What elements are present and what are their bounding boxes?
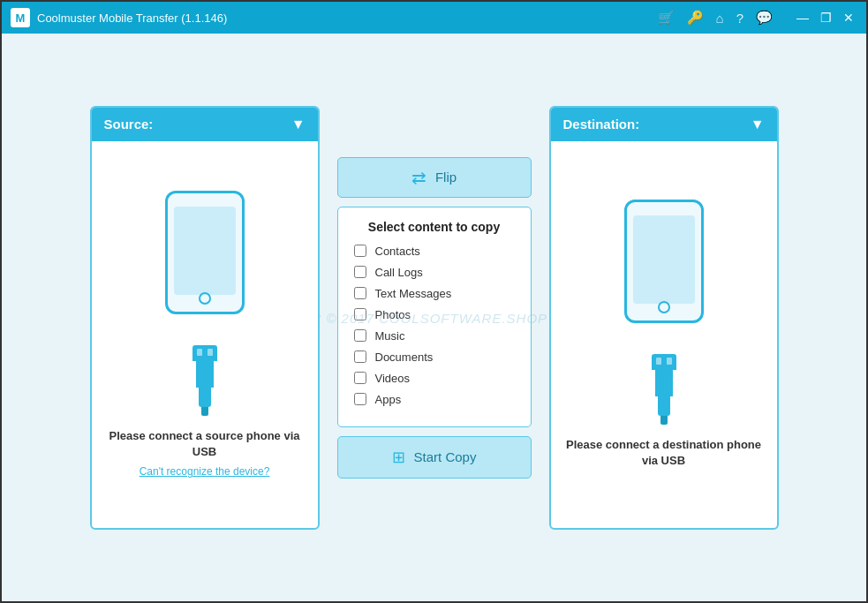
destination-panel: Destination: ▼ Please connect a destinat…	[549, 106, 779, 530]
destination-usb-illustration	[652, 354, 676, 425]
source-device-body: Please connect a source phone via USB Ca…	[92, 141, 318, 528]
source-panel-title: Source:	[104, 117, 154, 132]
destination-usb-tip	[660, 416, 668, 425]
home-icon[interactable]: ⌂	[716, 11, 724, 26]
destination-usb-cable	[655, 370, 673, 396]
flip-arrows-icon: ⇄	[411, 167, 426, 188]
source-device-message: Please connect a source phone via USB	[101, 428, 309, 460]
titlebar-left: M Coolmuster Mobile Transfer (1.1.146)	[11, 8, 227, 27]
destination-panel-title: Destination:	[563, 117, 640, 132]
checkbox-apps-label: Apps	[375, 393, 402, 406]
feedback-icon[interactable]: 💬	[756, 10, 773, 26]
app-title: Coolmuster Mobile Transfer (1.1.146)	[37, 11, 227, 25]
checkbox-photos[interactable]: Photos	[354, 308, 515, 321]
source-usb-cable	[196, 361, 214, 388]
checkbox-documents[interactable]: Documents	[354, 350, 515, 364]
source-usb-plug	[199, 388, 211, 407]
source-phone-body	[165, 191, 245, 314]
destination-device-message: Please connect a destination phone via U…	[560, 437, 768, 469]
checkbox-documents-input[interactable]	[354, 350, 366, 363]
flip-button-label: Flip	[435, 170, 457, 185]
key-icon[interactable]: 🔑	[687, 10, 704, 26]
destination-dropdown-arrow[interactable]: ▼	[751, 117, 765, 132]
checkbox-videos-input[interactable]	[354, 372, 366, 384]
checkbox-textmessages-label: Text Messages	[375, 287, 452, 300]
checkbox-contacts[interactable]: Contacts	[354, 245, 515, 258]
destination-phone-screen	[633, 215, 695, 304]
destination-phone-body	[624, 200, 704, 323]
close-button[interactable]: ✕	[840, 11, 857, 25]
destination-usb-connector	[652, 354, 676, 370]
start-copy-icon: ⊞	[392, 448, 405, 467]
maximize-button[interactable]: ❐	[817, 11, 834, 25]
main-content: Copyright © 2017 COOLSOFTWARE.SHOP - AAK…	[2, 34, 866, 601]
checkbox-music-label: Music	[375, 329, 405, 343]
checkbox-calllogs-input[interactable]	[354, 266, 366, 278]
app-window: M Coolmuster Mobile Transfer (1.1.146) 🛒…	[0, 0, 868, 603]
checkbox-apps-input[interactable]	[354, 393, 366, 405]
source-usb-tip	[201, 407, 208, 416]
destination-phone-home	[658, 301, 670, 313]
checkbox-videos-label: Videos	[375, 372, 411, 385]
source-usb-illustration	[192, 345, 217, 416]
app-logo: M	[11, 8, 30, 27]
source-phone-home	[199, 292, 211, 305]
checkbox-videos[interactable]: Videos	[354, 372, 515, 385]
titlebar-right: 🛒 🔑 ⌂ ? 💬 — ❐ ✕	[658, 10, 857, 26]
checkbox-calllogs-label: Call Logs	[375, 266, 423, 279]
checkbox-photos-input[interactable]	[354, 308, 366, 320]
checkbox-textmessages-input[interactable]	[354, 287, 366, 299]
destination-panel-header: Destination: ▼	[551, 108, 777, 141]
checkbox-documents-label: Documents	[375, 350, 434, 364]
flip-button[interactable]: ⇄ Flip	[337, 157, 532, 198]
window-controls: — ❐ ✕	[794, 11, 857, 25]
checkbox-photos-label: Photos	[375, 308, 411, 321]
select-content-title: Select content to copy	[354, 220, 515, 234]
checkbox-music-input[interactable]	[354, 329, 366, 342]
destination-device-body: Please connect a destination phone via U…	[551, 141, 777, 528]
checkbox-contacts-label: Contacts	[375, 245, 420, 258]
start-copy-button[interactable]: ⊞ Start Copy	[337, 436, 532, 479]
source-usb-connector	[192, 345, 217, 361]
source-phone-screen	[174, 207, 236, 295]
cart-icon[interactable]: 🛒	[658, 10, 675, 26]
checkbox-apps[interactable]: Apps	[354, 393, 515, 406]
start-copy-label: Start Copy	[414, 449, 477, 464]
source-dropdown-arrow[interactable]: ▼	[291, 117, 306, 132]
select-content-panel: Select content to copy Contacts Call Log…	[337, 207, 532, 427]
source-panel-header: Source: ▼	[92, 108, 318, 141]
destination-phone-illustration	[615, 200, 713, 341]
destination-usb-plug	[658, 396, 670, 416]
checkbox-textmessages[interactable]: Text Messages	[354, 287, 515, 300]
checkbox-contacts-input[interactable]	[354, 245, 366, 257]
middle-panel: ⇄ Flip Select content to copy Contacts C…	[337, 157, 532, 479]
checkbox-music[interactable]: Music	[354, 329, 515, 343]
titlebar: M Coolmuster Mobile Transfer (1.1.146) 🛒…	[2, 2, 866, 34]
checkbox-calllogs[interactable]: Call Logs	[354, 266, 515, 279]
source-phone-illustration	[156, 191, 253, 332]
help-icon[interactable]: ?	[736, 11, 743, 26]
source-panel: Source: ▼ Please connect a source phone …	[90, 106, 320, 530]
cant-recognize-link[interactable]: Can't recognize the device?	[140, 465, 270, 478]
minimize-button[interactable]: —	[794, 11, 811, 25]
